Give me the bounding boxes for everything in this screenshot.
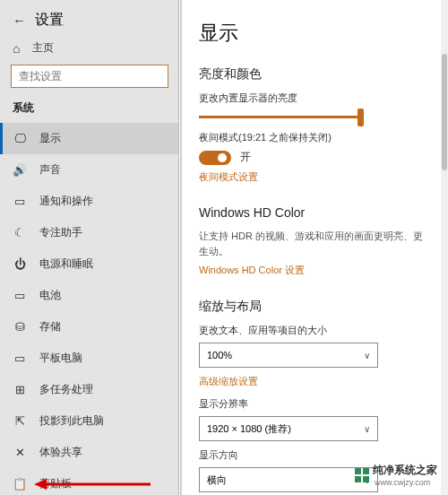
nightlight-label: 夜间模式(19:21 之前保持关闭) [199, 131, 432, 144]
power-icon: ⏻ [13, 257, 27, 271]
watermark-logo-icon [355, 468, 369, 482]
nav-label: 多任务处理 [39, 382, 93, 397]
nav-multitask[interactable]: ⊞多任务处理 [0, 374, 179, 405]
nav-label: 平板电脑 [39, 351, 82, 366]
nav-display[interactable]: 🖵显示 [0, 123, 179, 154]
nightlight-settings-link[interactable]: 夜间模式设置 [199, 170, 432, 184]
scrollbar[interactable] [441, 0, 448, 495]
nav-sound[interactable]: 🔊声音 [0, 154, 179, 186]
resolution-value: 1920 × 1080 (推荐) [207, 422, 291, 436]
scale-heading: 缩放与布局 [199, 299, 432, 315]
nav-tablet[interactable]: ▭平板电脑 [0, 343, 179, 374]
divider-shadow [180, 0, 182, 495]
nav-label: 投影到此电脑 [39, 413, 104, 429]
nav-storage[interactable]: ⛁存储 [0, 311, 179, 343]
nav-label: 剪贴板 [39, 476, 72, 491]
back-icon[interactable]: ← [13, 13, 26, 28]
nav-label: 电池 [39, 288, 61, 303]
brightness-label: 更改内置显示器的亮度 [199, 91, 432, 105]
main-content: 显示 亮度和颜色 更改内置显示器的亮度 夜间模式(19:21 之前保持关闭) 开… [179, 0, 448, 495]
watermark: 纯净系统之家 www.cwjzy.com [349, 460, 443, 490]
nav-label: 体验共享 [39, 445, 82, 460]
home-label: 主页 [32, 40, 54, 56]
tablet-icon: ▭ [13, 352, 27, 365]
resolution-label: 显示分辨率 [199, 397, 432, 411]
watermark-url: www.cwjzy.com [375, 478, 437, 487]
size-label: 更改文本、应用等项目的大小 [199, 324, 432, 337]
hdr-desc: 让支持 HDR 的视频、游戏和应用的画面更明亮、更生动。 [199, 229, 432, 258]
orientation-value: 横向 [207, 473, 227, 487]
sound-icon: 🔊 [13, 163, 27, 177]
brightness-slider[interactable] [199, 116, 360, 118]
nav-label: 显示 [39, 131, 61, 146]
hdr-link[interactable]: Windows HD Color 设置 [199, 264, 432, 277]
battery-icon: ▭ [13, 289, 27, 302]
share-icon: ✕ [13, 446, 27, 459]
scale-value: 100% [207, 350, 232, 360]
category-heading: 系统 [0, 95, 179, 123]
nightlight-toggle[interactable] [199, 151, 231, 165]
nav-power[interactable]: ⏻电源和睡眠 [0, 248, 179, 280]
nav-label: 通知和操作 [39, 194, 93, 209]
multitask-icon: ⊞ [13, 383, 27, 396]
nav-battery[interactable]: ▭电池 [0, 280, 179, 311]
home-icon: ⌂ [13, 41, 20, 56]
nav-focus[interactable]: ☾专注助手 [0, 217, 179, 248]
nav-notifications[interactable]: ▭通知和操作 [0, 186, 179, 217]
scale-select[interactable]: 100% ∨ [199, 343, 378, 368]
chevron-down-icon: ∨ [364, 351, 370, 360]
resolution-select[interactable]: 1920 × 1080 (推荐) ∨ [199, 416, 378, 441]
nav-clipboard[interactable]: 📋剪贴板 [0, 468, 179, 495]
settings-title: 设置 [35, 11, 64, 30]
scrollbar-thumb[interactable] [442, 54, 447, 170]
page-title: 显示 [199, 20, 432, 47]
project-icon: ⇱ [13, 414, 27, 428]
focus-icon: ☾ [13, 226, 27, 239]
chevron-down-icon: ∨ [364, 424, 370, 434]
nav-project[interactable]: ⇱投影到此电脑 [0, 405, 179, 437]
divider [178, 0, 179, 495]
nav-label: 声音 [39, 162, 61, 178]
notify-icon: ▭ [13, 195, 27, 208]
nav-label: 存储 [39, 319, 61, 334]
storage-icon: ⛁ [13, 320, 27, 334]
sidebar: ← 设置 ⌂ 主页 系统 🖵显示 🔊声音 ▭通知和操作 ☾专注助手 ⏻电源和睡眠… [0, 0, 179, 495]
home-button[interactable]: ⌂ 主页 [0, 33, 179, 61]
slider-thumb[interactable] [358, 109, 364, 126]
brightness-heading: 亮度和颜色 [199, 66, 432, 82]
clipboard-icon: 📋 [13, 477, 27, 491]
search-input[interactable] [11, 65, 168, 88]
display-icon: 🖵 [13, 132, 27, 145]
advanced-scale-link[interactable]: 高级缩放设置 [199, 375, 432, 388]
nav-list: 🖵显示 🔊声音 ▭通知和操作 ☾专注助手 ⏻电源和睡眠 ▭电池 ⛁存储 ▭平板电… [0, 123, 179, 495]
toggle-state-label: 开 [240, 150, 251, 165]
watermark-text: 纯净系统之家 [373, 464, 437, 476]
nav-share[interactable]: ✕体验共享 [0, 437, 179, 468]
hdr-heading: Windows HD Color [199, 205, 432, 220]
nav-label: 专注助手 [39, 225, 82, 240]
nav-label: 电源和睡眠 [39, 256, 93, 272]
